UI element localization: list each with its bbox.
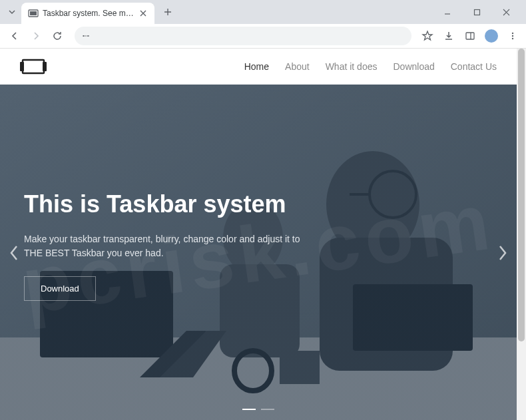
side-panel-button[interactable] [462, 28, 478, 44]
nav-what-it-does[interactable]: What it does [326, 61, 378, 72]
svg-point-6 [512, 33, 513, 34]
vertical-scrollbar[interactable] [517, 49, 526, 420]
carousel-dot-2[interactable] [261, 409, 274, 410]
nav-contact-us[interactable]: Contact Us [451, 61, 497, 72]
address-bar[interactable] [75, 27, 411, 45]
browser-chrome: Taskbar system. See more - do... [0, 0, 526, 49]
tab-bar: Taskbar system. See more - do... [0, 0, 526, 24]
downloads-button[interactable] [441, 28, 457, 44]
hero-title: This is Taskbar system [24, 191, 310, 218]
svg-point-8 [512, 38, 513, 39]
nav-home[interactable]: Home [244, 61, 269, 72]
scrollbar-thumb[interactable] [518, 49, 525, 341]
svg-point-16 [370, 171, 416, 218]
nav-about[interactable]: About [285, 61, 310, 72]
browser-menu-button[interactable] [505, 28, 521, 44]
avatar-icon [485, 29, 498, 43]
tabs-dropdown-button[interactable] [5, 5, 19, 19]
svg-rect-10 [20, 62, 24, 71]
bookmark-button[interactable] [419, 28, 435, 44]
svg-rect-9 [23, 60, 44, 73]
site-logo-icon[interactable] [20, 57, 47, 76]
carousel-indicators [242, 409, 274, 410]
svg-point-21 [234, 351, 272, 391]
site-header: Home About What it does Download Contact… [0, 49, 517, 85]
browser-tab[interactable]: Taskbar system. See more - do... [21, 3, 154, 24]
back-button[interactable] [5, 27, 24, 45]
svg-rect-15 [320, 238, 453, 371]
download-button[interactable]: Download [24, 276, 96, 301]
svg-rect-1 [30, 11, 37, 15]
svg-rect-11 [43, 62, 47, 71]
tab-favicon-icon [28, 8, 39, 19]
minimize-button[interactable] [438, 3, 457, 21]
new-tab-button[interactable] [158, 3, 177, 21]
svg-point-7 [512, 35, 513, 37]
hero-content: This is Taskbar system Make your taskbar… [24, 191, 310, 301]
svg-point-14 [326, 151, 419, 258]
svg-rect-13 [0, 337, 517, 420]
forward-button[interactable] [27, 27, 45, 45]
hero-subtitle: Make your taskbar transparent, blurry, c… [24, 232, 310, 260]
close-icon[interactable] [138, 9, 148, 18]
svg-rect-22 [280, 351, 320, 384]
svg-rect-19 [353, 284, 473, 351]
toolbar-actions [419, 28, 521, 44]
carousel-next-button[interactable] [493, 240, 513, 266]
carousel-prev-button[interactable] [4, 240, 24, 266]
maximize-button[interactable] [467, 3, 486, 21]
svg-point-4 [87, 35, 89, 37]
svg-rect-5 [466, 33, 474, 39]
site-nav: Home About What it does Download Contact… [244, 61, 497, 72]
window-controls [438, 3, 521, 21]
site-info-icon[interactable] [81, 31, 91, 41]
carousel-dot-1[interactable] [242, 409, 256, 410]
hero-section: pcrisk.com This is Taskbar system Make y… [0, 85, 517, 420]
browser-toolbar [0, 24, 526, 48]
window-close-button[interactable] [497, 3, 515, 21]
tab-title: Taskbar system. See more - do... [43, 9, 134, 18]
page-content: Home About What it does Download Contact… [0, 49, 517, 420]
page-viewport: Home About What it does Download Contact… [0, 49, 526, 420]
nav-download[interactable]: Download [393, 61, 434, 72]
svg-rect-2 [474, 9, 479, 15]
reload-button[interactable] [48, 27, 67, 45]
profile-button[interactable] [483, 28, 499, 44]
